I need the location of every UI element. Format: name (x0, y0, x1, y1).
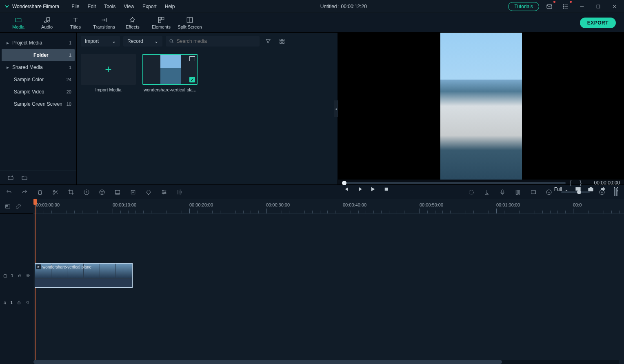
chevron-down-icon: ⌄ (154, 38, 158, 44)
ruler-tick-label: 00:00:00:00 (36, 202, 60, 207)
mark-in-out-icon[interactable]: { } (570, 180, 583, 186)
window-close[interactable] (608, 1, 621, 12)
tab-split-screen[interactable]: Split Screen (175, 13, 204, 33)
tab-media[interactable]: Media (4, 13, 33, 33)
audio-adjust-icon[interactable] (176, 189, 183, 195)
svg-point-23 (100, 190, 104, 195)
clip-play-icon (36, 264, 41, 269)
record-dropdown[interactable]: Record⌄ (123, 36, 162, 47)
speed-icon[interactable] (83, 189, 90, 195)
collapse-media-handle[interactable]: ◂ (334, 100, 338, 117)
media-tree-panel: ▸Project Media1 Folder1 ▸Shared Media1 S… (0, 33, 77, 184)
lock-icon[interactable] (17, 300, 21, 305)
redo-icon[interactable] (21, 189, 28, 195)
crop-icon[interactable] (68, 189, 74, 195)
stop-icon[interactable] (383, 186, 389, 192)
media-browser: Import⌄ Record⌄ + Import Media wondersha… (77, 33, 338, 184)
grid-view-icon[interactable] (277, 36, 287, 47)
import-media-card[interactable]: + Import Media (81, 54, 136, 92)
export-button[interactable]: EXPORT (580, 18, 616, 28)
audio-track-head[interactable]: ♫1 (0, 290, 33, 315)
tab-audio[interactable]: Audio (33, 13, 61, 33)
video-track-head[interactable]: ▢1 (0, 263, 33, 288)
zoom-out-icon[interactable] (546, 189, 552, 195)
tab-elements[interactable]: Elements (147, 13, 175, 33)
svg-point-24 (101, 191, 102, 192)
timeline-clip[interactable]: wondershare-vertical plane (35, 263, 133, 288)
marker-icon[interactable] (484, 189, 490, 195)
ruler-tick-label: 00:00:10:00 (113, 202, 136, 207)
tab-effects[interactable]: Effects (118, 13, 147, 33)
tab-titles[interactable]: Titles (61, 13, 90, 33)
svg-rect-35 (531, 191, 536, 194)
svg-point-5 (44, 21, 47, 23)
menu-edit[interactable]: Edit (84, 2, 100, 11)
svg-rect-9 (158, 20, 161, 22)
timeline-options-icon[interactable] (5, 204, 11, 209)
svg-rect-7 (158, 17, 161, 20)
ruler-tick-label: 00:01:00:00 (496, 202, 520, 207)
record-voiceover-icon[interactable] (499, 189, 506, 195)
media-clip-card[interactable]: wondershare-vertical pla... (142, 54, 198, 92)
app-name: Wondershare Filmora (12, 4, 59, 9)
tree-project-media[interactable]: ▸Project Media1 (0, 37, 76, 49)
preview-viewport[interactable] (338, 33, 624, 180)
zoom-slider[interactable] (561, 191, 590, 193)
open-folder-icon[interactable] (21, 175, 28, 181)
green-screen-icon[interactable] (114, 189, 121, 195)
undo-icon[interactable] (6, 189, 12, 195)
tree-sample-color[interactable]: Sample Color24 (0, 73, 76, 86)
menu-file[interactable]: File (67, 2, 83, 11)
menu-view[interactable]: View (120, 2, 138, 11)
filter-icon[interactable] (263, 36, 273, 47)
window-minimize[interactable] (576, 1, 588, 12)
lock-icon[interactable] (18, 273, 22, 278)
visibility-icon[interactable] (26, 273, 30, 278)
tutorials-button[interactable]: Tutorials (508, 2, 539, 11)
timeline-body[interactable]: 00:00:00:0000:00:10:0000:00:20:0000:00:3… (33, 199, 624, 364)
adjust-icon[interactable] (161, 189, 167, 195)
play-icon[interactable] (370, 186, 376, 192)
svg-rect-0 (547, 4, 552, 8)
import-dropdown[interactable]: Import⌄ (81, 36, 120, 47)
messages-icon[interactable] (543, 1, 555, 12)
tasks-icon[interactable] (560, 1, 572, 12)
svg-rect-34 (502, 190, 503, 193)
tree-sample-green-screen[interactable]: Sample Green Screen10 (0, 98, 76, 110)
ruler-tick-label: 00:00:50:00 (420, 202, 443, 207)
new-folder-icon[interactable] (7, 175, 14, 181)
render-icon[interactable] (468, 189, 475, 195)
timeline-ruler[interactable]: 00:00:00:0000:00:10:0000:00:20:0000:00:3… (33, 199, 624, 214)
search-media-input[interactable] (166, 36, 260, 47)
link-icon[interactable] (16, 204, 21, 209)
audio-track-icon: ♫ (3, 300, 7, 305)
clip-label: wondershare-vertical plane (42, 265, 91, 269)
media-clip-label: wondershare-vertical pla... (142, 87, 198, 92)
ruler-tick-label: 00:00:30:00 (266, 202, 290, 207)
menu-tools[interactable]: Tools (100, 2, 120, 11)
preview-scrubber[interactable] (342, 182, 566, 184)
step-back-icon[interactable] (343, 186, 349, 192)
timeline-h-scrollbar[interactable] (33, 360, 619, 364)
mute-icon[interactable] (26, 300, 30, 305)
tree-sample-video[interactable]: Sample Video20 (0, 86, 76, 98)
color-icon[interactable] (99, 189, 105, 195)
split-icon[interactable] (52, 189, 59, 195)
menu-help[interactable]: Help (161, 2, 179, 11)
menu-export[interactable]: Export (138, 2, 161, 11)
chevron-down-icon: ⌄ (112, 38, 116, 44)
window-maximize[interactable] (592, 1, 604, 12)
play-pause-icon[interactable] (356, 186, 362, 192)
motion-tracking-icon[interactable] (130, 189, 136, 195)
tab-transitions[interactable]: Transitions (90, 13, 118, 33)
zoom-in-icon[interactable] (599, 189, 605, 195)
mixer-icon[interactable] (515, 189, 521, 195)
search-field[interactable] (177, 38, 256, 44)
delete-icon[interactable] (37, 189, 43, 195)
zoom-fit-icon[interactable] (614, 188, 618, 196)
tree-shared-media[interactable]: ▸Shared Media1 (0, 61, 76, 73)
keyframe-icon[interactable] (145, 189, 152, 195)
svg-point-19 (590, 189, 592, 190)
tree-folder[interactable]: Folder1 (2, 49, 75, 61)
track-size-icon[interactable] (530, 189, 537, 195)
